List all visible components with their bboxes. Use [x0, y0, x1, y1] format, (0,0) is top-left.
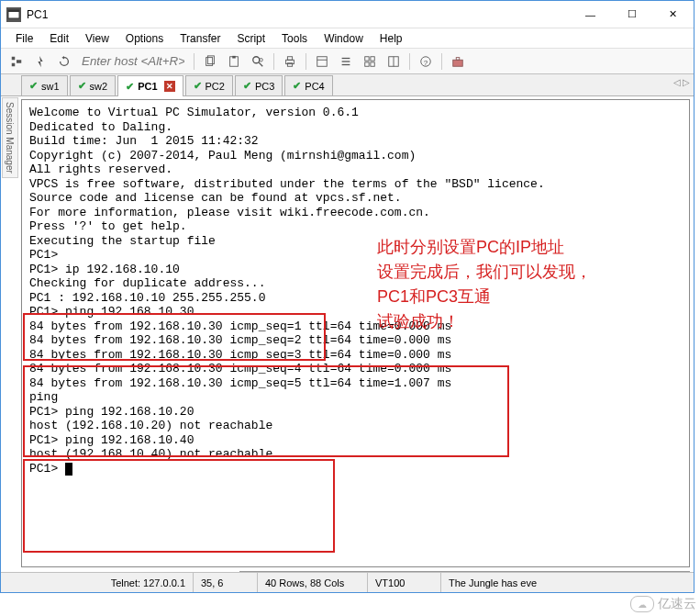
quick-connect-icon[interactable]: [30, 51, 50, 72]
tab-pc2[interactable]: ✔PC2: [185, 75, 233, 95]
menu-window[interactable]: Window: [317, 30, 371, 47]
annotation-line: 试验成功！: [377, 309, 592, 334]
svg-rect-28: [453, 60, 463, 66]
session-manager-icon[interactable]: [6, 51, 27, 72]
app-window: PC1 — ☐ ✕ File Edit View Options Transfe…: [0, 0, 694, 593]
menu-help[interactable]: Help: [372, 30, 410, 47]
find-icon[interactable]: [248, 51, 268, 72]
svg-rect-15: [317, 56, 328, 66]
tab-pc1[interactable]: ✔PC1✕: [117, 75, 183, 96]
toolbar-separator: [194, 53, 194, 70]
title-bar: PC1 — ☐ ✕: [1, 1, 694, 28]
tab-pc4[interactable]: ✔PC4: [284, 75, 332, 95]
copy-icon[interactable]: [200, 51, 220, 72]
menu-view[interactable]: View: [78, 30, 117, 47]
status-telnet: Telnet: 127.0.0.1: [1, 573, 194, 592]
status-bar: Telnet: 127.0.0.1 35, 6 40 Rows, 88 Cols…: [1, 572, 694, 592]
svg-rect-8: [232, 55, 236, 58]
menu-options[interactable]: Options: [118, 30, 171, 47]
list-icon[interactable]: [336, 51, 356, 72]
status-extra: The Jungle has eve: [441, 573, 694, 592]
svg-rect-13: [287, 56, 292, 60]
svg-point-9: [253, 56, 260, 62]
tab-pc3[interactable]: ✔PC3: [235, 75, 283, 95]
tab-label: PC3: [255, 81, 274, 92]
grid-icon[interactable]: [360, 51, 380, 72]
menu-transfer[interactable]: Transfer: [172, 30, 228, 47]
check-icon: ✔: [29, 80, 38, 92]
reconnect-icon[interactable]: [54, 51, 74, 72]
status-protocol: VT100: [368, 573, 441, 592]
tab-sw2[interactable]: ✔sw2: [70, 75, 117, 95]
paste-icon[interactable]: [224, 51, 244, 72]
sidebar-session-manager[interactable]: Session Manager: [2, 97, 18, 178]
print-icon[interactable]: [280, 51, 300, 72]
properties-icon[interactable]: [312, 51, 332, 72]
tab-sw1[interactable]: ✔sw1: [21, 75, 68, 95]
check-icon: ✔: [78, 80, 86, 92]
svg-rect-1: [8, 10, 19, 12]
app-icon: [6, 7, 21, 22]
tab-bar: ✔sw1 ✔sw2 ✔PC1✕ ✔PC2 ✔PC3 ✔PC4 ◁ ▷: [1, 74, 694, 96]
check-icon: ✔: [126, 81, 134, 93]
svg-rect-2: [12, 56, 16, 60]
svg-rect-22: [365, 62, 369, 65]
tab-label: sw1: [41, 81, 60, 92]
svg-line-10: [259, 62, 262, 65]
toolbar-separator: [306, 53, 306, 70]
check-icon: ✔: [243, 80, 251, 92]
tab-close-icon[interactable]: ✕: [164, 81, 175, 92]
menu-edit[interactable]: Edit: [42, 30, 76, 47]
host-input[interactable]: [78, 52, 188, 71]
minimize-button[interactable]: —: [570, 1, 611, 28]
svg-text:?: ?: [424, 58, 428, 66]
menu-script[interactable]: Script: [229, 30, 272, 47]
toolbar-separator: [441, 53, 442, 70]
svg-rect-20: [365, 56, 369, 60]
toolbar-separator: [409, 53, 410, 70]
annotation-line: PC1和PC3互通: [377, 285, 592, 309]
annotation-line: 此时分别设置PC的IP地址: [377, 235, 592, 260]
menu-tools[interactable]: Tools: [274, 30, 315, 47]
menu-file[interactable]: File: [8, 30, 40, 47]
toolbar-separator: [273, 53, 274, 70]
window-title: PC1: [27, 8, 570, 21]
tab-next-icon[interactable]: ▷: [683, 77, 690, 87]
tab-label: PC4: [305, 81, 324, 92]
tab-nav: ◁ ▷: [673, 77, 690, 87]
annotation-line: 设置完成后，我们可以发现，: [377, 260, 592, 285]
check-icon: ✔: [194, 80, 202, 92]
toolbox-icon[interactable]: [448, 51, 468, 72]
svg-rect-29: [456, 57, 460, 60]
window-controls: — ☐ ✕: [570, 1, 694, 28]
maximize-button[interactable]: ☐: [611, 1, 652, 28]
tab-label: sw2: [90, 81, 108, 92]
tab-prev-icon[interactable]: ◁: [673, 77, 681, 87]
watermark-text: 亿速云: [658, 596, 696, 612]
check-icon: ✔: [293, 80, 301, 92]
menu-bar: File Edit View Options Transfer Script T…: [1, 28, 694, 49]
annotation-text: 此时分别设置PC的IP地址 设置完成后，我们可以发现， PC1和PC3互通 试验…: [377, 235, 592, 334]
toolbar: ?: [1, 49, 694, 74]
help-icon[interactable]: ?: [416, 51, 436, 72]
tab-label: PC2: [206, 81, 225, 92]
svg-rect-4: [17, 60, 21, 63]
close-button[interactable]: ✕: [652, 1, 694, 28]
status-size: 40 Rows, 88 Cols: [258, 573, 368, 592]
svg-rect-3: [12, 62, 16, 66]
layout-icon[interactable]: [383, 51, 404, 72]
watermark: ☁ 亿速云: [630, 596, 696, 612]
tab-label: PC1: [138, 81, 157, 92]
svg-rect-23: [371, 62, 374, 65]
cloud-icon: ☁: [630, 596, 654, 612]
svg-rect-21: [371, 56, 374, 60]
status-cursor-pos: 35, 6: [194, 573, 258, 592]
